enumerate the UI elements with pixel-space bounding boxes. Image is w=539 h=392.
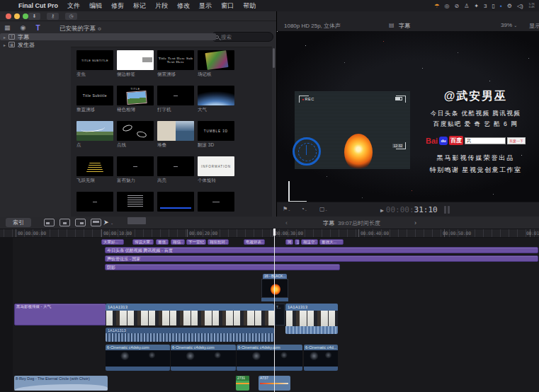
- background-video-clip[interactable]: 6-Cinematic c4d...: [304, 345, 338, 371]
- title-thumbnail[interactable]: [157, 156, 194, 176]
- background-video-clip[interactable]: 6-Cinematic c4dsky.com: [106, 345, 170, 371]
- status-icon[interactable]: ⊘: [454, 3, 459, 9]
- menu-item[interactable]: 窗口: [221, 1, 234, 11]
- title-thumbnail[interactable]: INFORMATION: [198, 156, 234, 176]
- title-thumbnail-cell[interactable]: [76, 192, 117, 217]
- search-input[interactable]: [221, 34, 271, 40]
- search-field[interactable]: [211, 32, 273, 42]
- title-thumbnail[interactable]: Title Subtitle: [76, 86, 113, 105]
- retime-menu[interactable]: ◔⌄: [301, 206, 307, 212]
- browser-scrollbar[interactable]: [273, 48, 275, 68]
- title-thumbnail-cell[interactable]: 场记板: [198, 50, 238, 86]
- title-clip[interactable]: 最值..: [156, 239, 169, 245]
- background-video-clip[interactable]: 6-Cinematic c4dsky.com: [237, 345, 302, 371]
- app-menu[interactable]: Final Cut Pro: [18, 2, 58, 9]
- tiny-clip[interactable]: T...: [275, 304, 285, 325]
- menu-item[interactable]: 编辑: [89, 1, 102, 11]
- title-thumbnail[interactable]: [117, 156, 154, 176]
- connected-clip-label[interactable]: 16 - BLACK...: [263, 274, 287, 279]
- sidebar-item-titles[interactable]: ▸ T 字幕: [0, 33, 216, 40]
- zoom-level-menu[interactable]: 39% ⌄: [501, 22, 517, 28]
- playhead[interactable]: [274, 229, 275, 392]
- minimize-window-button[interactable]: [14, 13, 20, 19]
- overwrite-edit-icon[interactable]: [91, 219, 101, 226]
- timeline-history-back[interactable]: ‹: [285, 219, 288, 226]
- background-video-clip[interactable]: 6-Cinematic c4dsky.com: [171, 345, 236, 371]
- ruler-marker[interactable]: [127, 217, 146, 224]
- title-thumbnail[interactable]: [157, 192, 194, 212]
- audio-clip[interactable]: 1A1A1313: [106, 328, 274, 342]
- title-thumbnail-cell[interactable]: 富有魅力: [117, 156, 157, 192]
- title-thumbnail-cell[interactable]: Title Text Here Sub Text Here 侧置漂移: [157, 50, 198, 86]
- title-thumbnail-cell[interactable]: 侧边标签: [117, 50, 157, 86]
- import-media-icon[interactable]: ⬇: [28, 13, 40, 20]
- disclosure-triangle-icon[interactable]: ▸: [4, 42, 6, 47]
- title-clip[interactable]: 相信..: [171, 239, 185, 245]
- menu-item[interactable]: 修改: [177, 1, 190, 11]
- title-thumbnail[interactable]: TUMBLE 3D: [198, 121, 234, 141]
- background-tasks-icon[interactable]: ◷: [65, 13, 77, 20]
- audio-meter[interactable]: [444, 206, 446, 214]
- menu-item[interactable]: 片段: [155, 1, 168, 11]
- title-thumbnail-cell[interactable]: 堆叠: [157, 121, 198, 156]
- title-thumbnail[interactable]: [198, 192, 234, 212]
- disclosure-triangle-icon[interactable]: ▸: [4, 35, 6, 40]
- title-thumbnail-cell[interactable]: TITLE 褪色相簿: [117, 86, 157, 121]
- title-thumbnail[interactable]: [76, 156, 113, 176]
- title-clip[interactable]: 这..: [295, 239, 300, 245]
- menu-item[interactable]: 显示: [199, 1, 212, 11]
- video-clip[interactable]: 1A1A1313: [106, 304, 274, 325]
- status-icon[interactable]: ☂: [434, 3, 439, 9]
- tools-menu[interactable]: ⚑⌄: [283, 206, 290, 212]
- title-clip-long[interactable]: 阴影: [105, 264, 340, 270]
- play-icon[interactable]: ▶: [380, 207, 384, 214]
- audio-meter[interactable]: [448, 206, 450, 214]
- title-thumbnail-cell[interactable]: 大气: [198, 86, 238, 121]
- title-thumbnail[interactable]: [198, 86, 234, 105]
- title-clip[interactable]: 最强大...: [319, 239, 344, 245]
- title-thumbnail-cell[interactable]: Title Subtitle 垂直漂移: [76, 86, 117, 121]
- status-icon[interactable]: 3: [484, 3, 487, 9]
- title-thumbnail[interactable]: [198, 50, 234, 70]
- keyword-icon[interactable]: ⚷: [47, 13, 59, 20]
- menu-item[interactable]: 标记: [133, 1, 146, 11]
- close-window-button[interactable]: [6, 13, 11, 19]
- title-clip[interactable]: 相这空..: [301, 239, 318, 245]
- select-tool-menu[interactable]: ➤ ⌄: [103, 219, 113, 226]
- status-icon[interactable]: ✦: [474, 3, 479, 9]
- audio-icon[interactable]: ◉: [21, 24, 26, 31]
- title-thumbnail-cell[interactable]: TITLE SUBTITLE 变焦: [76, 50, 117, 86]
- title-clip[interactable]: 相应怒转..: [208, 239, 229, 245]
- title-thumbnail[interactable]: [76, 192, 113, 212]
- titles-generators-icon[interactable]: T: [35, 24, 40, 32]
- title-thumbnail-cell[interactable]: 高亮: [157, 156, 198, 192]
- title-thumbnail-cell[interactable]: TUMBLE 3D 翻滚 3D: [198, 121, 238, 156]
- insert-edit-icon[interactable]: [59, 219, 70, 226]
- title-thumbnail[interactable]: TITLE SUBTITLE: [76, 50, 113, 70]
- status-icon[interactable]: ◎: [445, 3, 450, 9]
- title-thumbnail-cell[interactable]: 点线: [117, 121, 157, 156]
- title-thumbnail-cell[interactable]: [157, 192, 198, 217]
- sound-effect-clip[interactable]: 2731: [236, 376, 249, 391]
- title-clip[interactable]: 传说大家..: [132, 239, 154, 245]
- zoom-window-button[interactable]: [23, 13, 28, 19]
- browser-header[interactable]: 已安装的字幕 ≎: [59, 25, 101, 33]
- sidebar-item-generators[interactable]: ▸ ▦ 发生器: [0, 41, 71, 48]
- title-thumbnail-cell[interactable]: [117, 192, 157, 217]
- title-thumbnail[interactable]: [76, 121, 113, 141]
- title-clip-long[interactable]: 今日头条 优酷视频 腾讯视频 - 百度: [105, 247, 538, 253]
- status-icon[interactable]: ▯: [492, 3, 495, 9]
- title-thumbnail[interactable]: [117, 50, 154, 70]
- title-thumbnail-cell[interactable]: 打字机: [157, 86, 198, 121]
- title-thumbnail-cell[interactable]: 飞跃无限: [76, 156, 117, 192]
- title-thumbnail[interactable]: [117, 192, 154, 212]
- intro-title-clip[interactable]: 黑马影视传媒 - 大气: [14, 304, 106, 325]
- index-button[interactable]: 索引: [6, 218, 31, 227]
- connected-clip-thumbnail[interactable]: [261, 279, 288, 298]
- append-edit-icon[interactable]: [75, 219, 86, 226]
- title-thumbnail[interactable]: [157, 121, 194, 141]
- title-thumbnail-cell[interactable]: [198, 192, 238, 217]
- title-thumbnail[interactable]: [157, 86, 194, 105]
- music-clip[interactable]: 8-Roy Dog - The Eternal Circle (with Cho…: [14, 376, 108, 391]
- video-clip[interactable]: 1A1A1313: [285, 304, 338, 334]
